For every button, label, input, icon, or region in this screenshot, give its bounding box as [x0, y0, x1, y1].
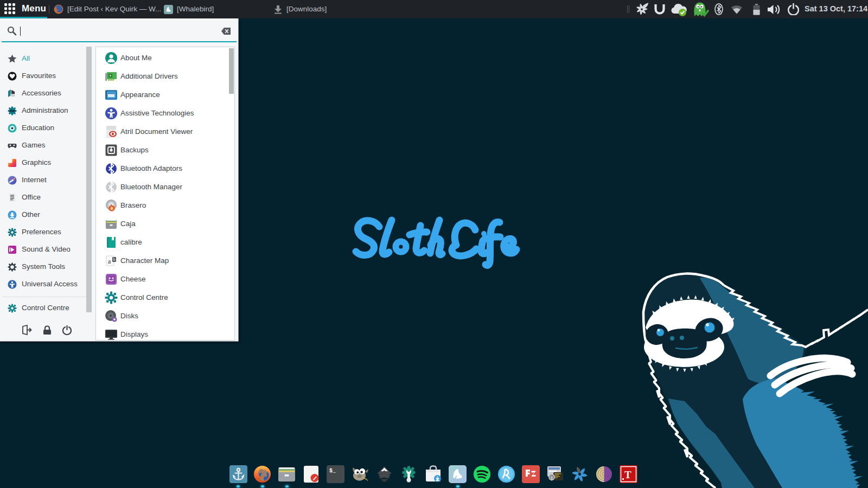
svg-text:T: T: [624, 469, 631, 480]
svg-text:b: b: [113, 257, 116, 262]
svg-text:$_: $_: [329, 468, 336, 474]
svg-text:a: a: [108, 258, 111, 265]
